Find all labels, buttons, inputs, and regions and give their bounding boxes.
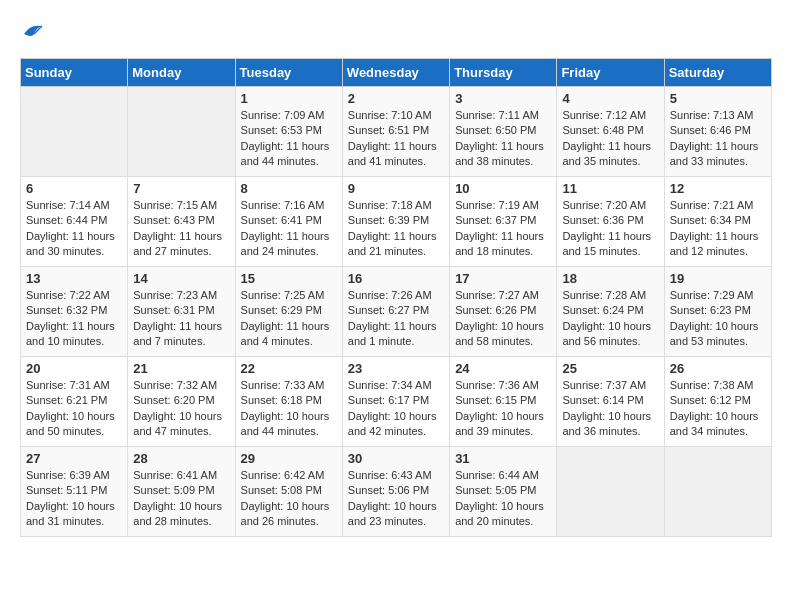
calendar-cell: 1Sunrise: 7:09 AMSunset: 6:53 PMDaylight… xyxy=(235,87,342,177)
calendar-cell: 25Sunrise: 7:37 AMSunset: 6:14 PMDayligh… xyxy=(557,357,664,447)
day-header: Saturday xyxy=(664,59,771,87)
calendar-cell: 19Sunrise: 7:29 AMSunset: 6:23 PMDayligh… xyxy=(664,267,771,357)
calendar-cell: 22Sunrise: 7:33 AMSunset: 6:18 PMDayligh… xyxy=(235,357,342,447)
day-info: Sunrise: 7:13 AMSunset: 6:46 PMDaylight:… xyxy=(670,108,766,170)
calendar-cell: 5Sunrise: 7:13 AMSunset: 6:46 PMDaylight… xyxy=(664,87,771,177)
day-number: 9 xyxy=(348,181,444,196)
header xyxy=(20,20,772,48)
day-info: Sunrise: 7:28 AMSunset: 6:24 PMDaylight:… xyxy=(562,288,658,350)
calendar-cell: 15Sunrise: 7:25 AMSunset: 6:29 PMDayligh… xyxy=(235,267,342,357)
day-info: Sunrise: 6:44 AMSunset: 5:05 PMDaylight:… xyxy=(455,468,551,530)
calendar-cell: 2Sunrise: 7:10 AMSunset: 6:51 PMDaylight… xyxy=(342,87,449,177)
calendar-cell: 6Sunrise: 7:14 AMSunset: 6:44 PMDaylight… xyxy=(21,177,128,267)
day-header: Friday xyxy=(557,59,664,87)
day-info: Sunrise: 7:14 AMSunset: 6:44 PMDaylight:… xyxy=(26,198,122,260)
calendar-cell: 28Sunrise: 6:41 AMSunset: 5:09 PMDayligh… xyxy=(128,447,235,537)
day-number: 13 xyxy=(26,271,122,286)
day-number: 12 xyxy=(670,181,766,196)
calendar-cell: 24Sunrise: 7:36 AMSunset: 6:15 PMDayligh… xyxy=(450,357,557,447)
day-number: 15 xyxy=(241,271,337,286)
day-info: Sunrise: 7:12 AMSunset: 6:48 PMDaylight:… xyxy=(562,108,658,170)
day-info: Sunrise: 7:33 AMSunset: 6:18 PMDaylight:… xyxy=(241,378,337,440)
day-number: 21 xyxy=(133,361,229,376)
day-number: 25 xyxy=(562,361,658,376)
calendar-cell: 14Sunrise: 7:23 AMSunset: 6:31 PMDayligh… xyxy=(128,267,235,357)
day-info: Sunrise: 6:39 AMSunset: 5:11 PMDaylight:… xyxy=(26,468,122,530)
day-info: Sunrise: 7:18 AMSunset: 6:39 PMDaylight:… xyxy=(348,198,444,260)
day-info: Sunrise: 7:10 AMSunset: 6:51 PMDaylight:… xyxy=(348,108,444,170)
calendar-cell: 9Sunrise: 7:18 AMSunset: 6:39 PMDaylight… xyxy=(342,177,449,267)
day-header: Monday xyxy=(128,59,235,87)
calendar-cell: 18Sunrise: 7:28 AMSunset: 6:24 PMDayligh… xyxy=(557,267,664,357)
day-info: Sunrise: 7:34 AMSunset: 6:17 PMDaylight:… xyxy=(348,378,444,440)
calendar-cell: 12Sunrise: 7:21 AMSunset: 6:34 PMDayligh… xyxy=(664,177,771,267)
day-number: 17 xyxy=(455,271,551,286)
day-info: Sunrise: 7:20 AMSunset: 6:36 PMDaylight:… xyxy=(562,198,658,260)
day-number: 11 xyxy=(562,181,658,196)
day-info: Sunrise: 7:22 AMSunset: 6:32 PMDaylight:… xyxy=(26,288,122,350)
day-number: 3 xyxy=(455,91,551,106)
day-info: Sunrise: 7:38 AMSunset: 6:12 PMDaylight:… xyxy=(670,378,766,440)
day-info: Sunrise: 7:36 AMSunset: 6:15 PMDaylight:… xyxy=(455,378,551,440)
day-number: 26 xyxy=(670,361,766,376)
day-header: Wednesday xyxy=(342,59,449,87)
calendar-cell xyxy=(557,447,664,537)
header-row: SundayMondayTuesdayWednesdayThursdayFrid… xyxy=(21,59,772,87)
calendar-cell: 23Sunrise: 7:34 AMSunset: 6:17 PMDayligh… xyxy=(342,357,449,447)
calendar-cell: 11Sunrise: 7:20 AMSunset: 6:36 PMDayligh… xyxy=(557,177,664,267)
logo xyxy=(20,20,44,48)
day-number: 31 xyxy=(455,451,551,466)
day-number: 29 xyxy=(241,451,337,466)
calendar-cell: 13Sunrise: 7:22 AMSunset: 6:32 PMDayligh… xyxy=(21,267,128,357)
day-number: 14 xyxy=(133,271,229,286)
day-info: Sunrise: 7:37 AMSunset: 6:14 PMDaylight:… xyxy=(562,378,658,440)
calendar-cell: 29Sunrise: 6:42 AMSunset: 5:08 PMDayligh… xyxy=(235,447,342,537)
calendar-cell: 27Sunrise: 6:39 AMSunset: 5:11 PMDayligh… xyxy=(21,447,128,537)
day-number: 18 xyxy=(562,271,658,286)
day-info: Sunrise: 6:42 AMSunset: 5:08 PMDaylight:… xyxy=(241,468,337,530)
day-number: 1 xyxy=(241,91,337,106)
calendar-cell: 21Sunrise: 7:32 AMSunset: 6:20 PMDayligh… xyxy=(128,357,235,447)
calendar-week-row: 6Sunrise: 7:14 AMSunset: 6:44 PMDaylight… xyxy=(21,177,772,267)
calendar-cell: 4Sunrise: 7:12 AMSunset: 6:48 PMDaylight… xyxy=(557,87,664,177)
day-info: Sunrise: 6:41 AMSunset: 5:09 PMDaylight:… xyxy=(133,468,229,530)
day-number: 5 xyxy=(670,91,766,106)
calendar-cell: 7Sunrise: 7:15 AMSunset: 6:43 PMDaylight… xyxy=(128,177,235,267)
logo-bird-icon xyxy=(22,20,44,48)
day-number: 16 xyxy=(348,271,444,286)
day-header: Sunday xyxy=(21,59,128,87)
calendar-cell: 20Sunrise: 7:31 AMSunset: 6:21 PMDayligh… xyxy=(21,357,128,447)
day-number: 28 xyxy=(133,451,229,466)
day-header: Tuesday xyxy=(235,59,342,87)
day-info: Sunrise: 7:09 AMSunset: 6:53 PMDaylight:… xyxy=(241,108,337,170)
calendar-cell: 8Sunrise: 7:16 AMSunset: 6:41 PMDaylight… xyxy=(235,177,342,267)
day-info: Sunrise: 7:21 AMSunset: 6:34 PMDaylight:… xyxy=(670,198,766,260)
day-number: 6 xyxy=(26,181,122,196)
day-info: Sunrise: 7:16 AMSunset: 6:41 PMDaylight:… xyxy=(241,198,337,260)
calendar-cell xyxy=(21,87,128,177)
day-info: Sunrise: 7:26 AMSunset: 6:27 PMDaylight:… xyxy=(348,288,444,350)
day-header: Thursday xyxy=(450,59,557,87)
calendar-table: SundayMondayTuesdayWednesdayThursdayFrid… xyxy=(20,58,772,537)
day-info: Sunrise: 6:43 AMSunset: 5:06 PMDaylight:… xyxy=(348,468,444,530)
day-info: Sunrise: 7:32 AMSunset: 6:20 PMDaylight:… xyxy=(133,378,229,440)
day-info: Sunrise: 7:25 AMSunset: 6:29 PMDaylight:… xyxy=(241,288,337,350)
day-info: Sunrise: 7:29 AMSunset: 6:23 PMDaylight:… xyxy=(670,288,766,350)
calendar-week-row: 1Sunrise: 7:09 AMSunset: 6:53 PMDaylight… xyxy=(21,87,772,177)
day-number: 8 xyxy=(241,181,337,196)
day-number: 24 xyxy=(455,361,551,376)
day-number: 27 xyxy=(26,451,122,466)
calendar-cell: 26Sunrise: 7:38 AMSunset: 6:12 PMDayligh… xyxy=(664,357,771,447)
day-number: 30 xyxy=(348,451,444,466)
day-number: 22 xyxy=(241,361,337,376)
day-number: 10 xyxy=(455,181,551,196)
day-info: Sunrise: 7:11 AMSunset: 6:50 PMDaylight:… xyxy=(455,108,551,170)
calendar-cell: 30Sunrise: 6:43 AMSunset: 5:06 PMDayligh… xyxy=(342,447,449,537)
day-number: 19 xyxy=(670,271,766,286)
calendar-cell: 10Sunrise: 7:19 AMSunset: 6:37 PMDayligh… xyxy=(450,177,557,267)
day-number: 4 xyxy=(562,91,658,106)
calendar-week-row: 27Sunrise: 6:39 AMSunset: 5:11 PMDayligh… xyxy=(21,447,772,537)
calendar-cell: 17Sunrise: 7:27 AMSunset: 6:26 PMDayligh… xyxy=(450,267,557,357)
day-info: Sunrise: 7:19 AMSunset: 6:37 PMDaylight:… xyxy=(455,198,551,260)
calendar-cell: 16Sunrise: 7:26 AMSunset: 6:27 PMDayligh… xyxy=(342,267,449,357)
